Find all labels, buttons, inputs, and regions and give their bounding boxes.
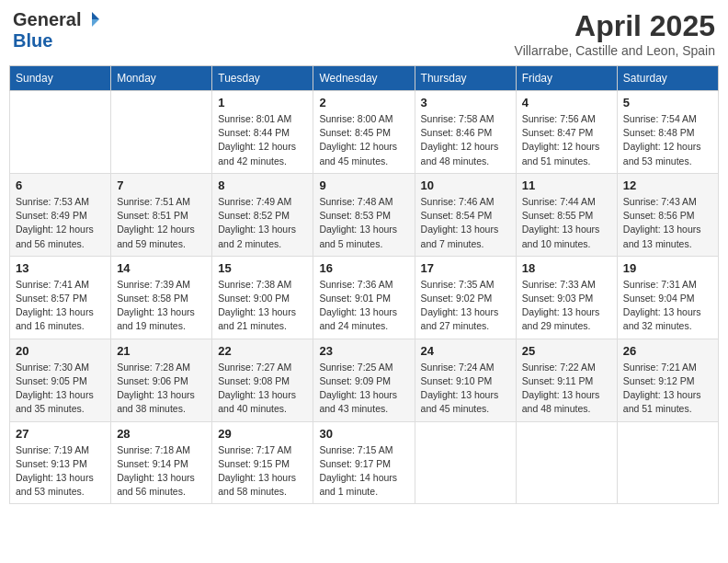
day-cell xyxy=(10,91,111,174)
day-number: 19 xyxy=(623,261,712,275)
day-cell: 11Sunrise: 7:44 AMSunset: 8:55 PMDayligh… xyxy=(516,173,617,256)
day-cell: 25Sunrise: 7:22 AMSunset: 9:11 PMDayligh… xyxy=(516,339,617,421)
week-row-1: 1Sunrise: 8:01 AMSunset: 8:44 PMDaylight… xyxy=(10,91,719,174)
day-number: 4 xyxy=(522,96,611,109)
day-info: Sunrise: 7:21 AMSunset: 9:12 PMDaylight:… xyxy=(623,361,712,417)
day-cell xyxy=(111,91,212,174)
weekday-header-wednesday: Wednesday xyxy=(313,66,415,91)
day-cell: 28Sunrise: 7:18 AMSunset: 9:14 PMDayligh… xyxy=(111,421,212,504)
day-cell: 23Sunrise: 7:25 AMSunset: 9:09 PMDayligh… xyxy=(313,339,415,421)
day-info: Sunrise: 7:28 AMSunset: 9:06 PMDaylight:… xyxy=(117,361,206,417)
day-cell: 21Sunrise: 7:28 AMSunset: 9:06 PMDayligh… xyxy=(111,339,212,421)
day-number: 28 xyxy=(117,427,206,441)
day-number: 27 xyxy=(16,427,105,441)
day-cell: 17Sunrise: 7:35 AMSunset: 9:02 PMDayligh… xyxy=(415,256,516,339)
day-number: 14 xyxy=(117,261,206,275)
week-row-3: 13Sunrise: 7:41 AMSunset: 8:57 PMDayligh… xyxy=(10,256,719,339)
day-info: Sunrise: 7:33 AMSunset: 9:03 PMDaylight:… xyxy=(522,278,611,334)
day-cell: 3Sunrise: 7:58 AMSunset: 8:46 PMDaylight… xyxy=(415,91,516,174)
day-number: 17 xyxy=(421,261,510,275)
day-number: 29 xyxy=(218,427,307,441)
day-info: Sunrise: 7:22 AMSunset: 9:11 PMDaylight:… xyxy=(522,361,611,417)
day-info: Sunrise: 7:30 AMSunset: 9:05 PMDaylight:… xyxy=(16,361,105,417)
day-info: Sunrise: 7:17 AMSunset: 9:15 PMDaylight:… xyxy=(218,443,307,500)
day-number: 30 xyxy=(319,427,408,441)
day-info: Sunrise: 7:19 AMSunset: 9:13 PMDaylight:… xyxy=(16,443,105,500)
day-info: Sunrise: 7:25 AMSunset: 9:09 PMDaylight:… xyxy=(319,361,408,417)
day-info: Sunrise: 7:44 AMSunset: 8:55 PMDaylight:… xyxy=(522,195,611,251)
weekday-header-row: SundayMondayTuesdayWednesdayThursdayFrid… xyxy=(10,66,719,91)
day-cell xyxy=(415,421,516,504)
week-row-2: 6Sunrise: 7:53 AMSunset: 8:49 PMDaylight… xyxy=(10,173,719,256)
title-area: April 2025 Villarrabe, Castille and Leon… xyxy=(515,9,715,58)
day-cell xyxy=(516,421,617,504)
day-number: 5 xyxy=(623,96,712,109)
day-info: Sunrise: 7:43 AMSunset: 8:56 PMDaylight:… xyxy=(623,195,712,251)
day-cell: 5Sunrise: 7:54 AMSunset: 8:48 PMDaylight… xyxy=(617,91,718,174)
day-cell: 12Sunrise: 7:43 AMSunset: 8:56 PMDayligh… xyxy=(617,173,718,256)
day-cell: 9Sunrise: 7:48 AMSunset: 8:53 PMDaylight… xyxy=(313,173,415,256)
day-info: Sunrise: 7:48 AMSunset: 8:53 PMDaylight:… xyxy=(319,195,408,251)
day-info: Sunrise: 7:38 AMSunset: 9:00 PMDaylight:… xyxy=(218,278,307,334)
weekday-header-sunday: Sunday xyxy=(10,66,111,91)
day-info: Sunrise: 7:41 AMSunset: 8:57 PMDaylight:… xyxy=(16,278,105,334)
day-number: 23 xyxy=(319,344,408,358)
day-number: 9 xyxy=(319,178,408,192)
day-number: 25 xyxy=(522,344,611,358)
location-title: Villarrabe, Castille and Leon, Spain xyxy=(515,43,715,58)
weekday-header-saturday: Saturday xyxy=(617,66,718,91)
day-info: Sunrise: 7:35 AMSunset: 9:02 PMDaylight:… xyxy=(421,278,510,334)
day-number: 10 xyxy=(421,178,510,192)
day-info: Sunrise: 7:56 AMSunset: 8:47 PMDaylight:… xyxy=(522,112,611,168)
day-number: 13 xyxy=(16,261,105,275)
day-cell: 22Sunrise: 7:27 AMSunset: 9:08 PMDayligh… xyxy=(212,339,313,421)
week-row-5: 27Sunrise: 7:19 AMSunset: 9:13 PMDayligh… xyxy=(10,421,719,504)
day-number: 2 xyxy=(319,96,408,109)
day-cell: 30Sunrise: 7:15 AMSunset: 9:17 PMDayligh… xyxy=(313,421,415,504)
logo: General Blue xyxy=(13,9,101,52)
day-info: Sunrise: 7:24 AMSunset: 9:10 PMDaylight:… xyxy=(421,361,510,417)
day-cell: 24Sunrise: 7:24 AMSunset: 9:10 PMDayligh… xyxy=(415,339,516,421)
day-info: Sunrise: 7:46 AMSunset: 8:54 PMDaylight:… xyxy=(421,195,510,251)
calendar-table: SundayMondayTuesdayWednesdayThursdayFrid… xyxy=(9,65,719,504)
day-number: 15 xyxy=(218,261,307,275)
day-number: 8 xyxy=(218,178,307,192)
day-number: 6 xyxy=(16,178,105,192)
svg-marker-0 xyxy=(92,12,99,19)
day-info: Sunrise: 8:00 AMSunset: 8:45 PMDaylight:… xyxy=(319,112,408,168)
day-cell: 2Sunrise: 8:00 AMSunset: 8:45 PMDaylight… xyxy=(313,91,415,174)
weekday-header-thursday: Thursday xyxy=(415,66,516,91)
day-cell: 16Sunrise: 7:36 AMSunset: 9:01 PMDayligh… xyxy=(313,256,415,339)
day-cell: 27Sunrise: 7:19 AMSunset: 9:13 PMDayligh… xyxy=(10,421,111,504)
calendar-body: 1Sunrise: 8:01 AMSunset: 8:44 PMDaylight… xyxy=(10,91,719,504)
day-info: Sunrise: 7:49 AMSunset: 8:52 PMDaylight:… xyxy=(218,195,307,251)
day-cell: 18Sunrise: 7:33 AMSunset: 9:03 PMDayligh… xyxy=(516,256,617,339)
svg-marker-1 xyxy=(92,19,99,27)
month-title: April 2025 xyxy=(515,9,715,43)
day-cell xyxy=(617,421,718,504)
day-info: Sunrise: 7:51 AMSunset: 8:51 PMDaylight:… xyxy=(117,195,206,251)
day-cell: 14Sunrise: 7:39 AMSunset: 8:58 PMDayligh… xyxy=(111,256,212,339)
day-info: Sunrise: 8:01 AMSunset: 8:44 PMDaylight:… xyxy=(218,112,307,168)
day-number: 3 xyxy=(421,96,510,109)
week-row-4: 20Sunrise: 7:30 AMSunset: 9:05 PMDayligh… xyxy=(10,339,719,421)
day-number: 16 xyxy=(319,261,408,275)
day-number: 20 xyxy=(16,344,105,358)
day-cell: 4Sunrise: 7:56 AMSunset: 8:47 PMDaylight… xyxy=(516,91,617,174)
day-number: 18 xyxy=(522,261,611,275)
logo-general: General xyxy=(13,9,81,30)
day-info: Sunrise: 7:27 AMSunset: 9:08 PMDaylight:… xyxy=(218,361,307,417)
day-number: 21 xyxy=(117,344,206,358)
day-cell: 1Sunrise: 8:01 AMSunset: 8:44 PMDaylight… xyxy=(212,91,313,174)
day-info: Sunrise: 7:15 AMSunset: 9:17 PMDaylight:… xyxy=(319,443,408,500)
day-cell: 7Sunrise: 7:51 AMSunset: 8:51 PMDaylight… xyxy=(111,173,212,256)
day-number: 12 xyxy=(623,178,712,192)
day-cell: 6Sunrise: 7:53 AMSunset: 8:49 PMDaylight… xyxy=(10,173,111,256)
day-number: 1 xyxy=(218,96,307,109)
day-info: Sunrise: 7:58 AMSunset: 8:46 PMDaylight:… xyxy=(421,112,510,168)
weekday-header-tuesday: Tuesday xyxy=(212,66,313,91)
day-info: Sunrise: 7:39 AMSunset: 8:58 PMDaylight:… xyxy=(117,278,206,334)
day-number: 26 xyxy=(623,344,712,358)
weekday-header-monday: Monday xyxy=(111,66,212,91)
day-info: Sunrise: 7:53 AMSunset: 8:49 PMDaylight:… xyxy=(16,195,105,251)
